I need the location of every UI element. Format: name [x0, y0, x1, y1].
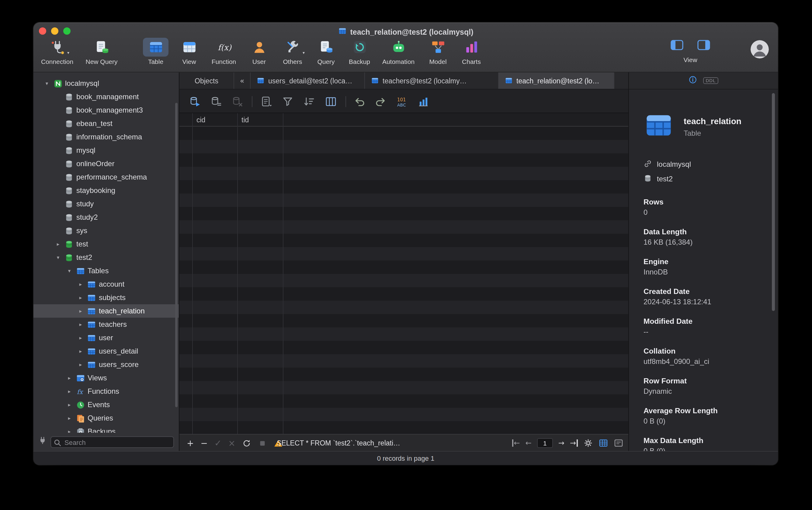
grid-view-icon[interactable]	[599, 438, 608, 448]
sidebar-item-account[interactable]: ▸account	[33, 278, 179, 291]
delete-record-icon[interactable]: −	[201, 439, 207, 447]
chevron-down-icon[interactable]: ▾	[55, 254, 62, 260]
sidebar-item-book_management[interactable]: book_management	[33, 90, 179, 104]
sidebar-item-performance_schema[interactable]: performance_schema	[33, 170, 179, 184]
tab-1[interactable]: users_detail@test2 (loca…	[250, 73, 365, 89]
sidebar-item-queries[interactable]: ▸Queries	[33, 412, 179, 425]
toolbar-table[interactable]: Table	[136, 38, 175, 65]
table-grid-body[interactable]	[179, 126, 628, 434]
chevron-right-icon[interactable]: ▸	[77, 281, 84, 287]
toolbar-charts[interactable]: Charts	[452, 38, 491, 65]
form-view-icon[interactable]	[614, 438, 624, 448]
sidebar-item-study2[interactable]: study2	[33, 210, 179, 224]
svg-text:101: 101	[397, 97, 406, 103]
chevron-right-icon[interactable]: ▸	[77, 294, 84, 301]
page-number-input[interactable]	[537, 438, 553, 448]
toolbar-backup[interactable]: Backup	[340, 38, 379, 65]
tab-objects[interactable]: Objects	[179, 73, 234, 89]
chart-view-icon[interactable]	[416, 94, 431, 109]
discard-changes-icon[interactable]: ×	[228, 439, 235, 447]
toolbar-automation[interactable]: Automation	[379, 38, 418, 65]
columns-icon[interactable]	[324, 94, 338, 109]
chevron-right-icon[interactable]: ▸	[77, 308, 84, 314]
search-input[interactable]	[51, 436, 174, 448]
chevron-right-icon[interactable]: ▸	[77, 321, 84, 328]
toggle-sidebar-icon[interactable]	[670, 38, 684, 55]
sidebar-item-sys[interactable]: sys	[33, 224, 179, 237]
toolbar-new-query[interactable]: New Query	[82, 38, 121, 65]
tab-2[interactable]: teachers@test2 (localmy…	[365, 73, 499, 89]
filter-icon[interactable]	[280, 94, 295, 109]
redo-icon[interactable]	[373, 94, 388, 109]
sidebar-item-tables[interactable]: ▾Tables	[33, 264, 179, 278]
sidebar-item-functions[interactable]: ▸fxFunctions	[33, 385, 179, 398]
data-format-icon[interactable]: 101ABC	[395, 94, 409, 109]
plug-icon[interactable]	[38, 436, 47, 447]
toolbar-connection[interactable]: ▾Connection	[38, 38, 77, 65]
sidebar-item-views[interactable]: ▸Views	[33, 371, 179, 385]
sidebar-item-users_score[interactable]: ▸users_score	[33, 358, 179, 371]
sidebar-item-mysql[interactable]: mysql	[33, 144, 179, 157]
add-record-icon[interactable]: +	[187, 439, 194, 447]
chevron-right-icon[interactable]: ▸	[77, 362, 84, 368]
sidebar-item-user[interactable]: ▸user	[33, 331, 179, 344]
sidebar-item-information_schema[interactable]: information_schema	[33, 130, 179, 144]
next-page-icon[interactable]: →	[559, 440, 565, 447]
chevron-right-icon[interactable]: ▸	[66, 415, 73, 421]
chevron-right-icon[interactable]: ▸	[66, 388, 73, 394]
memo-icon[interactable]	[209, 94, 223, 109]
undo-icon[interactable]	[352, 94, 367, 109]
rollback-icon[interactable]	[230, 94, 244, 109]
column-header-tid[interactable]: tid	[237, 113, 283, 126]
chevron-right-icon[interactable]: ▸	[77, 335, 84, 341]
chevron-down-icon[interactable]: ▾	[66, 268, 73, 274]
sort-icon[interactable]	[302, 94, 316, 109]
collapse-tabs-button[interactable]: «	[234, 73, 250, 89]
settings-gear-icon[interactable]	[583, 438, 593, 448]
toggle-info-pane-icon[interactable]	[696, 38, 711, 55]
column-header-cid[interactable]: cid	[192, 113, 237, 126]
sidebar-item-test2[interactable]: ▾test2	[33, 251, 179, 264]
text-export-icon[interactable]	[259, 94, 274, 109]
toolbar-view[interactable]: View	[170, 38, 209, 65]
begin-transaction-icon[interactable]	[187, 94, 202, 109]
chevron-right-icon[interactable]: ▸	[66, 402, 73, 408]
sidebar-item-ebean_test[interactable]: ebean_test	[33, 117, 179, 130]
sidebar-item-study[interactable]: study	[33, 197, 179, 210]
refresh-icon[interactable]	[242, 438, 251, 448]
first-page-icon[interactable]: ←	[512, 440, 520, 447]
info-panel-scrollbar[interactable]	[772, 93, 775, 311]
sidebar-item-onlineorder[interactable]: onlineOrder	[33, 157, 179, 170]
ddl-toggle[interactable]: DDL	[703, 77, 718, 84]
detail-field-max-data-length: Max Data Length0 B (0)	[643, 436, 767, 451]
sidebar-item-book_management3[interactable]: book_management3	[33, 104, 179, 117]
chevron-right-icon[interactable]: ▸	[55, 241, 62, 247]
chevron-right-icon[interactable]: ▸	[77, 348, 84, 354]
chevron-right-icon[interactable]: ▸	[66, 375, 73, 381]
toolbar-model[interactable]: Model	[418, 38, 457, 65]
stop-icon[interactable]	[258, 438, 267, 448]
info-icon[interactable]	[689, 75, 697, 86]
chevron-right-icon[interactable]: ▸	[66, 428, 73, 433]
sidebar-item-users_detail[interactable]: ▸users_detail	[33, 344, 179, 358]
sidebar-item-backups[interactable]: ▸Backups	[33, 425, 179, 433]
toolbar-query[interactable]: Query	[306, 38, 345, 65]
sidebar-item-subjects[interactable]: ▸subjects	[33, 291, 179, 304]
last-page-icon[interactable]: →	[570, 440, 578, 447]
chevron-down-icon[interactable]: ▾	[43, 80, 51, 86]
toolbar-function[interactable]: f(x)Function	[204, 38, 243, 65]
apply-changes-icon[interactable]: ✓	[214, 439, 221, 447]
sidebar-item-test[interactable]: ▸test	[33, 237, 179, 251]
sidebar-item-events[interactable]: ▸Events	[33, 398, 179, 412]
sidebar-item-teach_relation[interactable]: ▸teach_relation	[33, 304, 179, 318]
sidebar-item-localmysql[interactable]: ▾localmysql	[33, 77, 179, 90]
toolbar-others[interactable]: ▾Others	[273, 38, 312, 65]
avatar[interactable]	[751, 40, 769, 58]
sidebar-item-staybooking[interactable]: staybooking	[33, 184, 179, 197]
sidebar-item-teachers[interactable]: ▸teachers	[33, 318, 179, 331]
sidebar-scrollbar[interactable]	[175, 103, 178, 407]
toolbar-user[interactable]: User	[240, 38, 278, 65]
prev-page-icon[interactable]: ←	[525, 440, 532, 447]
tab-3[interactable]: teach_relation@test2 (lo…	[499, 73, 614, 89]
detail-field-collation: Collationutf8mb4_0900_ai_ci	[643, 346, 767, 367]
